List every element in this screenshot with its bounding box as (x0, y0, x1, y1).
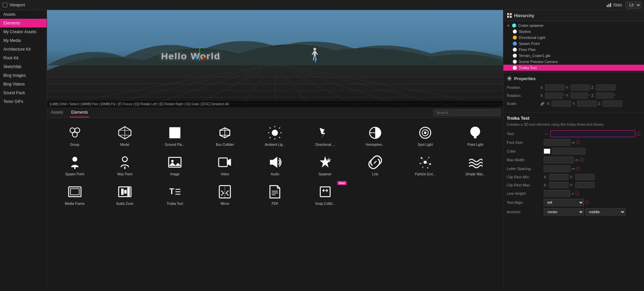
scale-z-input[interactable]: 1.00 (603, 101, 622, 107)
assets-area: Assets Elements Group Mo (47, 107, 503, 291)
sidebar-item-architecture-kit[interactable]: Architecture Kit (0, 45, 47, 54)
sidebar-item-sketchfab[interactable]: Sketchfab (0, 62, 47, 71)
spawn-point-label: Spawn Point (65, 172, 84, 176)
element-ground-plane[interactable]: Ground Pla... (150, 121, 199, 150)
rotation-z-input[interactable]: 0.00 (596, 93, 613, 99)
clip-rect-min-y-label: Y: (570, 175, 574, 179)
rotation-z-deg: ° (614, 94, 615, 98)
element-box-collider[interactable]: Box Collider (201, 121, 249, 150)
lit-select[interactable]: Lit (626, 1, 641, 9)
tab-elements[interactable]: Elements (70, 108, 89, 117)
element-point-light[interactable]: Point Light (451, 121, 500, 150)
troika-font-size-input[interactable]: 0.075 (544, 139, 571, 146)
position-x-item: X: -2.00 (540, 84, 564, 91)
hierarchy-item-floor-plan[interactable]: Floor Plan (503, 47, 644, 53)
troika-anchors-x-select[interactable]: center left right (544, 208, 584, 216)
hemisphere-light-icon (366, 124, 384, 141)
element-group[interactable]: Group (50, 121, 99, 150)
element-snap-collider[interactable]: New Snap Collid... (301, 180, 349, 209)
search-input[interactable] (433, 109, 500, 116)
troika-text-align-select[interactable]: left center right (544, 199, 584, 206)
scale-y-input[interactable]: 1.00 (577, 101, 597, 107)
element-spawn-point[interactable]: Spawn Point (50, 151, 99, 179)
svg-text:T: T (169, 187, 175, 196)
troika-anchors-y-select[interactable]: middle top bottom (585, 208, 626, 216)
hierarchy-item-scene-preview-camera[interactable]: Scene Preview Camera (503, 59, 644, 65)
sidebar-item-elements[interactable]: Elements (0, 19, 47, 27)
sidebar-item-bing-images[interactable]: Bing Images (0, 71, 47, 80)
font-size-info-icon[interactable]: ⓘ (576, 140, 580, 146)
clip-rect-min-y-input[interactable]: 0.00 (575, 174, 595, 180)
element-ambient-light[interactable]: Ambient Lig... (251, 121, 299, 150)
position-z-input[interactable]: 4.50 (596, 84, 615, 91)
sidebar-item-assets[interactable]: Assets (0, 10, 47, 19)
max-width-info-icon[interactable]: ⓘ (580, 157, 584, 163)
line-height-info-icon[interactable]: ⓘ (575, 191, 579, 196)
sidebar-item-my-creator-assets[interactable]: My Creator Assets (0, 27, 47, 36)
color-swatch[interactable] (544, 149, 550, 154)
clip-rect-min-x-input[interactable]: 0.00 (549, 174, 568, 180)
element-spawner[interactable]: Spawner (301, 151, 349, 179)
position-x-input[interactable]: -2.00 (545, 84, 564, 91)
element-spot-light[interactable]: Spot Light (401, 121, 450, 150)
hierarchy-item-terrain-crater[interactable]: Terrain_Crater1.glb (503, 53, 644, 59)
stats-button[interactable]: Stats (606, 2, 622, 8)
sidebar-item-bing-videos[interactable]: Bing Videos (0, 80, 47, 89)
clip-rect-min-xy: X: 0.00 Y: 0.00 (544, 174, 595, 180)
element-audio-zone[interactable]: Audio Zone (100, 180, 149, 209)
element-simple-water[interactable]: Simple Wat... (451, 151, 500, 179)
sidebar-item-tenor-gifs[interactable]: Tenor GIFs (0, 97, 47, 106)
rotation-y-input[interactable]: 0.00 (571, 93, 588, 99)
clip-rect-max-y-input[interactable]: 0.00 (575, 182, 595, 188)
troika-anchors-label: Anchors: (507, 210, 544, 214)
left-panel: Assets Elements My Creator Assets My Med… (0, 10, 47, 291)
clip-rect-max-x-input[interactable]: 0.00 (549, 182, 568, 188)
tab-assets[interactable]: Assets (50, 108, 64, 117)
letter-spacing-info-icon[interactable]: ⓘ (576, 166, 580, 172)
rotation-x-input[interactable]: 0.00 (545, 93, 562, 99)
troika-text-input-container: → Hello World ⓘ (544, 130, 641, 137)
troika-line-height-input[interactable]: 1.00 (544, 190, 571, 197)
element-image[interactable]: Image (150, 151, 199, 179)
hierarchy-item-spawn-point[interactable]: Spawn Point (503, 41, 644, 47)
troika-color-input[interactable]: #FFFFFF (552, 148, 585, 155)
troika-description: Creates a 3D text element using the troi… (507, 122, 641, 127)
hierarchy-item-skybox[interactable]: Skybox (503, 28, 644, 35)
element-link[interactable]: Link (351, 151, 399, 179)
element-pdf[interactable]: PDF (251, 180, 299, 209)
troika-letter-spacing-input[interactable]: 0.00 (544, 165, 571, 172)
svg-rect-74 (70, 189, 79, 195)
element-media-frame[interactable]: Media Frame (50, 180, 99, 209)
scale-x-input[interactable]: 1.00 (552, 101, 571, 107)
hierarchy-title: Hierarchy (514, 13, 534, 18)
element-hemisphere-light[interactable]: Hemispher... (351, 121, 399, 150)
skybox-label: Skybox (519, 30, 531, 34)
element-model[interactable]: Model (100, 121, 149, 150)
element-video[interactable]: Video (201, 151, 249, 179)
sidebar-item-rock-kit[interactable]: Rock Kit (0, 54, 47, 62)
element-mirror[interactable]: Mirror (201, 180, 249, 209)
svg-point-36 (72, 132, 77, 137)
svg-rect-90 (507, 13, 509, 15)
text-align-info-icon[interactable]: ⓘ (585, 200, 589, 206)
element-particle-emitter[interactable]: Particle Emi... (401, 151, 450, 179)
element-troika-text[interactable]: T Troika Text (150, 180, 199, 209)
troika-max-width-input[interactable]: 9999.00 (544, 157, 574, 163)
troika-text-info-icon[interactable]: ⓘ (637, 131, 641, 137)
troika-text-input[interactable]: Hello World (550, 130, 635, 137)
hierarchy-item-crater-spawner[interactable]: ▼ Crater-spawner (503, 22, 644, 28)
svg-rect-76 (121, 189, 123, 195)
element-directional-light[interactable]: Directional ... (301, 121, 349, 150)
element-audio[interactable]: Audio (251, 151, 299, 179)
hierarchy-item-directional-light[interactable]: Directional Light (503, 35, 644, 41)
position-y-input[interactable]: 0.50 (571, 84, 590, 91)
pdf-icon (266, 183, 284, 200)
sidebar-item-sound-pack[interactable]: Sound Pack (0, 89, 47, 97)
element-way-point[interactable]: Way Point (100, 151, 149, 179)
rotation-x-label: X: (540, 94, 544, 98)
position-xyz: X: -2.00 Y: 0.50 Z: 4.50 (540, 84, 641, 91)
troika-text-row: Text: → Hello World ⓘ (507, 130, 641, 137)
hierarchy-item-troika-text[interactable]: Troika Text (503, 65, 644, 71)
sidebar-item-my-media[interactable]: My Media (0, 36, 47, 45)
link-icon (366, 154, 384, 171)
